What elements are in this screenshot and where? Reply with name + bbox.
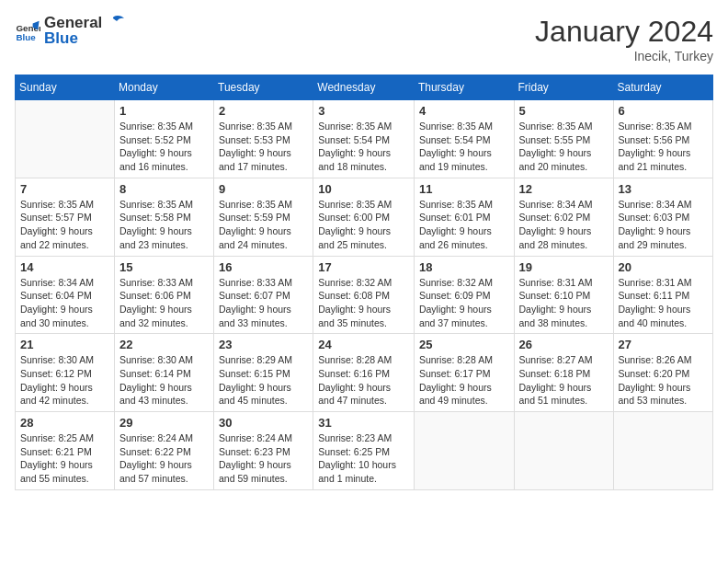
day-info: Sunrise: 8:30 AMSunset: 6:12 PMDaylight:… [20, 353, 109, 408]
logo-icon: General Blue [15, 18, 40, 44]
day-number: 16 [219, 260, 308, 274]
day-number: 13 [619, 182, 708, 196]
weekday-header-thursday: Thursday [414, 75, 514, 100]
day-number: 20 [619, 260, 708, 274]
calendar-day-cell: 17Sunrise: 8:32 AMSunset: 6:08 PMDayligh… [313, 256, 415, 334]
calendar-day-cell: 11Sunrise: 8:35 AMSunset: 6:01 PMDayligh… [414, 178, 514, 256]
day-info: Sunrise: 8:35 AMSunset: 5:54 PMDaylight:… [419, 120, 509, 174]
day-info: Sunrise: 8:30 AMSunset: 6:14 PMDaylight:… [119, 353, 209, 408]
calendar-day-cell: 15Sunrise: 8:33 AMSunset: 6:06 PMDayligh… [115, 256, 214, 334]
calendar-day-cell [613, 412, 712, 490]
day-info: Sunrise: 8:34 AMSunset: 6:03 PMDaylight:… [619, 198, 708, 252]
day-number: 2 [219, 104, 308, 118]
day-info: Sunrise: 8:34 AMSunset: 6:04 PMDaylight:… [20, 276, 109, 330]
day-number: 21 [20, 338, 109, 351]
day-number: 8 [119, 182, 209, 196]
day-info: Sunrise: 8:31 AMSunset: 6:10 PMDaylight:… [519, 276, 609, 330]
weekday-header-monday: Monday [115, 75, 214, 100]
day-info: Sunrise: 8:28 AMSunset: 6:17 PMDaylight:… [419, 353, 509, 408]
page-header: General Blue General Blue January 2024 I… [15, 15, 713, 63]
logo-bird-icon [104, 15, 124, 31]
calendar-day-cell: 28Sunrise: 8:25 AMSunset: 6:21 PMDayligh… [16, 412, 115, 490]
day-number: 27 [619, 338, 708, 351]
day-number: 31 [318, 416, 409, 430]
day-number: 22 [119, 338, 209, 351]
calendar-day-cell: 8Sunrise: 8:35 AMSunset: 5:58 PMDaylight… [115, 178, 214, 256]
day-number: 4 [419, 104, 509, 118]
day-info: Sunrise: 8:31 AMSunset: 6:11 PMDaylight:… [619, 276, 708, 330]
day-info: Sunrise: 8:35 AMSunset: 6:01 PMDaylight:… [419, 198, 509, 252]
day-info: Sunrise: 8:29 AMSunset: 6:15 PMDaylight:… [219, 353, 308, 408]
weekday-header-saturday: Saturday [613, 75, 712, 100]
day-info: Sunrise: 8:24 AMSunset: 6:22 PMDaylight:… [119, 431, 209, 486]
day-number: 1 [119, 104, 209, 118]
weekday-header-sunday: Sunday [16, 75, 115, 100]
day-info: Sunrise: 8:35 AMSunset: 5:52 PMDaylight:… [119, 120, 209, 174]
logo-blue-text: Blue [44, 30, 124, 48]
month-title: January 2024 [535, 15, 713, 49]
calendar-day-cell [414, 412, 514, 490]
calendar-day-cell: 30Sunrise: 8:24 AMSunset: 6:23 PMDayligh… [214, 412, 313, 490]
calendar-day-cell: 19Sunrise: 8:31 AMSunset: 6:10 PMDayligh… [514, 256, 613, 334]
day-info: Sunrise: 8:35 AMSunset: 5:58 PMDaylight:… [119, 198, 209, 252]
day-number: 24 [318, 338, 409, 351]
calendar-day-cell: 27Sunrise: 8:26 AMSunset: 6:20 PMDayligh… [613, 334, 712, 412]
calendar-day-cell: 21Sunrise: 8:30 AMSunset: 6:12 PMDayligh… [16, 334, 115, 412]
day-info: Sunrise: 8:33 AMSunset: 6:06 PMDaylight:… [119, 276, 209, 330]
day-number: 26 [519, 338, 609, 351]
calendar-day-cell: 18Sunrise: 8:32 AMSunset: 6:09 PMDayligh… [414, 256, 514, 334]
day-info: Sunrise: 8:24 AMSunset: 6:23 PMDaylight:… [219, 431, 308, 486]
day-info: Sunrise: 8:23 AMSunset: 6:25 PMDaylight:… [318, 431, 409, 486]
day-number: 28 [20, 416, 109, 430]
logo: General Blue General Blue [15, 15, 124, 47]
day-info: Sunrise: 8:33 AMSunset: 6:07 PMDaylight:… [219, 276, 308, 330]
day-info: Sunrise: 8:27 AMSunset: 6:18 PMDaylight:… [519, 353, 609, 408]
day-info: Sunrise: 8:35 AMSunset: 5:55 PMDaylight:… [519, 120, 609, 174]
day-number: 18 [419, 260, 509, 274]
calendar-week-row: 28Sunrise: 8:25 AMSunset: 6:21 PMDayligh… [16, 412, 713, 490]
day-number: 12 [519, 182, 609, 196]
day-info: Sunrise: 8:25 AMSunset: 6:21 PMDaylight:… [20, 431, 109, 486]
day-info: Sunrise: 8:26 AMSunset: 6:20 PMDaylight:… [619, 353, 708, 408]
day-info: Sunrise: 8:32 AMSunset: 6:09 PMDaylight:… [419, 276, 509, 330]
calendar-week-row: 14Sunrise: 8:34 AMSunset: 6:04 PMDayligh… [16, 256, 713, 334]
day-info: Sunrise: 8:28 AMSunset: 6:16 PMDaylight:… [318, 353, 409, 408]
calendar-day-cell: 4Sunrise: 8:35 AMSunset: 5:54 PMDaylight… [414, 100, 514, 178]
day-info: Sunrise: 8:32 AMSunset: 6:08 PMDaylight:… [318, 276, 409, 330]
calendar-day-cell: 1Sunrise: 8:35 AMSunset: 5:52 PMDaylight… [115, 100, 214, 178]
day-number: 9 [219, 182, 308, 196]
day-number: 15 [119, 260, 209, 274]
calendar-day-cell: 22Sunrise: 8:30 AMSunset: 6:14 PMDayligh… [115, 334, 214, 412]
day-info: Sunrise: 8:35 AMSunset: 5:54 PMDaylight:… [318, 120, 409, 174]
calendar-day-cell: 12Sunrise: 8:34 AMSunset: 6:02 PMDayligh… [514, 178, 613, 256]
day-info: Sunrise: 8:34 AMSunset: 6:02 PMDaylight:… [519, 198, 609, 252]
day-number: 11 [419, 182, 509, 196]
day-number: 23 [219, 338, 308, 351]
calendar-week-row: 1Sunrise: 8:35 AMSunset: 5:52 PMDaylight… [16, 100, 713, 178]
calendar-day-cell: 23Sunrise: 8:29 AMSunset: 6:15 PMDayligh… [214, 334, 313, 412]
calendar-day-cell: 13Sunrise: 8:34 AMSunset: 6:03 PMDayligh… [613, 178, 712, 256]
day-number: 10 [318, 182, 409, 196]
calendar-day-cell: 31Sunrise: 8:23 AMSunset: 6:25 PMDayligh… [313, 412, 415, 490]
day-info: Sunrise: 8:35 AMSunset: 5:56 PMDaylight:… [619, 120, 708, 174]
calendar-day-cell: 2Sunrise: 8:35 AMSunset: 5:53 PMDaylight… [214, 100, 313, 178]
calendar-day-cell: 29Sunrise: 8:24 AMSunset: 6:22 PMDayligh… [115, 412, 214, 490]
calendar-day-cell [16, 100, 115, 178]
day-info: Sunrise: 8:35 AMSunset: 5:53 PMDaylight:… [219, 120, 308, 174]
calendar-day-cell: 10Sunrise: 8:35 AMSunset: 6:00 PMDayligh… [313, 178, 415, 256]
svg-text:Blue: Blue [16, 31, 36, 41]
calendar-day-cell: 14Sunrise: 8:34 AMSunset: 6:04 PMDayligh… [16, 256, 115, 334]
calendar-day-cell [514, 412, 613, 490]
title-section: January 2024 Inecik, Turkey [535, 15, 713, 63]
day-number: 29 [119, 416, 209, 430]
calendar-table: SundayMondayTuesdayWednesdayThursdayFrid… [15, 75, 713, 490]
calendar-day-cell: 20Sunrise: 8:31 AMSunset: 6:11 PMDayligh… [613, 256, 712, 334]
calendar-day-cell: 5Sunrise: 8:35 AMSunset: 5:55 PMDaylight… [514, 100, 613, 178]
location-text: Inecik, Turkey [535, 49, 713, 63]
calendar-day-cell: 7Sunrise: 8:35 AMSunset: 5:57 PMDaylight… [16, 178, 115, 256]
calendar-day-cell: 9Sunrise: 8:35 AMSunset: 5:59 PMDaylight… [214, 178, 313, 256]
calendar-day-cell: 24Sunrise: 8:28 AMSunset: 6:16 PMDayligh… [313, 334, 415, 412]
day-number: 5 [519, 104, 609, 118]
day-number: 14 [20, 260, 109, 274]
day-info: Sunrise: 8:35 AMSunset: 5:59 PMDaylight:… [219, 198, 308, 252]
